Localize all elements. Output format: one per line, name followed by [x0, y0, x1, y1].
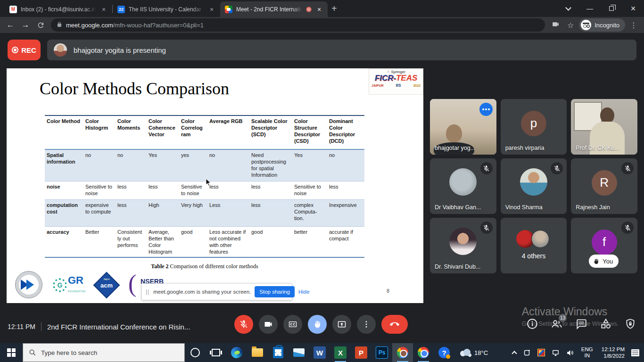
table-header-cell: Average RGB [207, 116, 249, 149]
taskbar-powerpoint-icon[interactable]: P [351, 343, 372, 362]
weather-widget[interactable]: 18°C [454, 343, 493, 362]
taskbar-search-input[interactable]: Type here to search [23, 343, 185, 362]
table-cell: less [207, 181, 249, 199]
tab-close-icon[interactable]: × [208, 6, 215, 13]
tab-close-icon[interactable]: × [100, 6, 107, 13]
participant-tile-you[interactable]: fYou [571, 218, 637, 273]
windows-logo-icon [7, 348, 16, 357]
stop-sharing-button[interactable]: Stop sharing [255, 286, 295, 297]
taskbar-mail-icon[interactable] [289, 343, 309, 362]
table-header-cell: Color Moments [116, 116, 147, 149]
browser-menu-icon[interactable]: ⋮ [627, 21, 640, 30]
restore-button[interactable] [601, 0, 622, 17]
camera-button[interactable] [259, 315, 278, 334]
raise-hand-button[interactable] [308, 315, 327, 334]
table-cell: yes [179, 150, 207, 181]
table-cell: Spatial information [45, 150, 83, 181]
profile-chevron-icon[interactable] [557, 0, 579, 17]
mic-button[interactable] [234, 315, 253, 334]
participant-tile-vinod-sharma[interactable]: Vinod Sharma [501, 158, 567, 214]
windows-taskbar: Type here to search WXPPs? 18°C ENG IN [0, 343, 644, 362]
tab-title: Inbox (2) - ficrs4@iisuniv.ac.in - T [21, 6, 96, 13]
mic-muted-icon [480, 222, 493, 234]
meeting-details-icon[interactable] [526, 318, 538, 330]
taskbar-task-view-icon[interactable] [206, 343, 226, 362]
reload-button[interactable] [34, 18, 47, 32]
address-bar[interactable]: meet.google.com/mfn-wouo-haf?authuser=0&… [51, 18, 545, 32]
table-row: accuracyBetterConsistent ly out performs… [45, 226, 364, 258]
participant-name: 4 others [501, 252, 567, 260]
table-cell: less [249, 181, 292, 199]
taskbar-chrome-profile-icon[interactable] [392, 343, 413, 362]
taskbar-chrome-icon[interactable] [413, 343, 434, 362]
tab-close-icon[interactable]: × [315, 6, 323, 13]
participant-tile-paresh-virparia[interactable]: pparesh virparia [501, 99, 567, 155]
hidden-icons-chevron[interactable] [509, 343, 520, 362]
tab-recording-indicator [306, 7, 312, 12]
close-button[interactable]: × [622, 0, 644, 17]
end-call-button[interactable] [381, 315, 408, 334]
meet-panel-icons: 13 [526, 318, 636, 330]
browser-tab-2[interactable]: 22The IIS University - Calendar - We× [113, 1, 220, 17]
participant-tile-4-others[interactable]: 4 others [501, 218, 567, 273]
mouse-cursor [206, 178, 211, 187]
table-cell: less [147, 181, 179, 199]
calendar-favicon: 22 [117, 6, 125, 13]
search-placeholder: Type here to search [41, 349, 97, 356]
host-controls-icon[interactable] [624, 318, 636, 330]
meet-app: REC bhajgotar yogita is presenting ♘ Spr… [0, 33, 644, 343]
taskbar-clock[interactable]: 12:12 PM 1/8/2022 [597, 346, 629, 359]
language-indicator[interactable]: ENG IN [578, 346, 597, 359]
caption-text: Comparison of different color methods [169, 263, 258, 270]
taskbar-file-explorer-icon[interactable] [247, 343, 268, 362]
drag-handle-icon[interactable]: || [146, 288, 149, 295]
table-cell: Inexpensive [327, 200, 364, 226]
tile-options-button[interactable] [479, 103, 493, 116]
taskbar-edge-icon[interactable] [226, 343, 247, 362]
participant-tile-prof-dr-ck-ku-[interactable]: Prof Dr. CK Ku... [571, 99, 637, 155]
incognito-icon [581, 20, 591, 30]
new-tab-button[interactable]: + [331, 3, 337, 14]
taskbar-word-icon[interactable]: W [309, 343, 330, 362]
participant-tile-dr-vaibhav-gan-[interactable]: Dr Vaibhav Gan... [430, 158, 496, 214]
avatar: f [592, 230, 617, 255]
network-icon[interactable] [548, 343, 563, 362]
captions-button[interactable] [283, 315, 302, 334]
start-button[interactable] [0, 343, 23, 362]
teas-label: TEAS [396, 74, 417, 82]
present-button[interactable] [332, 315, 351, 334]
taskbar-cortana-icon[interactable] [185, 343, 206, 362]
table-cell: accurate if compact [327, 227, 364, 257]
taskbar-excel-icon[interactable]: X [330, 343, 351, 362]
taskbar-help-icon[interactable]: ? [434, 343, 454, 362]
action-center-icon[interactable] [631, 349, 639, 356]
participant-name: Dr. Shivani Dub... [435, 263, 480, 270]
meeting-title: 2nd FICR International Conference on Ris… [47, 323, 190, 331]
activities-icon[interactable] [600, 318, 612, 330]
participant-tile-rajnesh-jain[interactable]: RRajnesh Jain [571, 158, 637, 214]
forward-button[interactable]: → [19, 18, 32, 32]
participant-tile-dr-shivani-dub-[interactable]: Dr. Shivani Dub... [430, 218, 496, 273]
temperature-label: 18°C [474, 349, 488, 356]
more-options-button[interactable] [357, 315, 376, 334]
back-button[interactable]: ← [4, 18, 17, 32]
tray-app-icon[interactable] [520, 343, 534, 362]
hide-button[interactable]: Hide [298, 289, 310, 295]
chat-icon[interactable] [575, 318, 587, 330]
table-row: computation costexpensive to computeless… [45, 199, 364, 226]
minimize-button[interactable]: — [579, 0, 601, 17]
bookmark-star-icon[interactable]: ☆ [564, 21, 577, 30]
table-cell: High [147, 200, 179, 226]
browser-tab-3[interactable]: Meet - 2nd FICR Internationa× [220, 1, 328, 17]
rec-label: REC [21, 46, 36, 54]
table-cell: less [327, 181, 364, 199]
taskbar-photoshop-icon[interactable]: Ps [372, 343, 392, 362]
participant-tile-bhajgotar-yog-[interactable]: bhajgotar yog... [430, 99, 496, 155]
taskbar-store-icon[interactable] [268, 343, 289, 362]
people-icon[interactable]: 13 [551, 318, 563, 330]
camera-permission-icon[interactable] [549, 20, 562, 30]
tray-red-app-icon[interactable] [534, 343, 548, 362]
volume-icon[interactable] [563, 343, 578, 362]
browser-tab-1[interactable]: MInbox (2) - ficrs4@iisuniv.ac.in - T× [5, 1, 112, 17]
slide-page-number: 8 [387, 288, 389, 294]
